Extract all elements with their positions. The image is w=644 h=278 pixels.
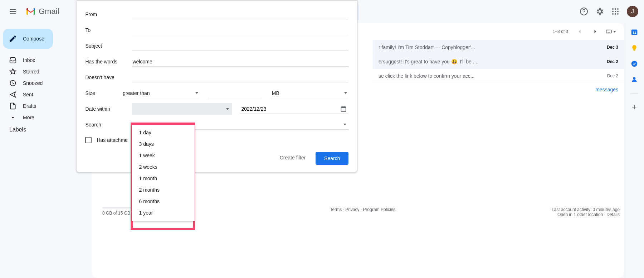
- sidebar-item-starred[interactable]: Starred: [0, 66, 86, 77]
- svg-point-20: [631, 61, 637, 67]
- dd-item-2weeks[interactable]: 2 weeks: [132, 161, 195, 173]
- subject-input[interactable]: [132, 41, 348, 51]
- side-panel: 31: [624, 23, 644, 278]
- create-filter-button[interactable]: Create filter: [274, 152, 311, 165]
- size-operator-value: greater than: [123, 90, 150, 96]
- svg-text:31: 31: [632, 31, 636, 34]
- sidebar-item-snoozed[interactable]: Snoozed: [0, 77, 86, 89]
- svg-point-1: [612, 8, 614, 10]
- open-in-text: Open in 1 other location: [557, 212, 603, 217]
- details-link[interactable]: Details: [606, 212, 620, 217]
- doesnthave-input[interactable]: [132, 72, 348, 82]
- search-button[interactable]: Search: [316, 152, 348, 165]
- contacts-app-icon[interactable]: [631, 76, 638, 83]
- chevron-down-icon: [343, 124, 346, 125]
- sidebar-item-drafts[interactable]: Drafts: [0, 100, 86, 112]
- menu-icon[interactable]: [6, 4, 20, 19]
- older-page-icon[interactable]: [588, 24, 602, 39]
- dd-item-3days[interactable]: 3 days: [132, 138, 195, 150]
- gmail-logo[interactable]: Gmail: [23, 7, 59, 16]
- svg-point-5: [615, 11, 616, 12]
- svg-rect-12: [607, 30, 608, 31]
- size-value-input[interactable]: [208, 88, 262, 98]
- subject-label: Subject: [85, 43, 132, 49]
- footer-right: Last account activity: 0 minutes ago Ope…: [552, 207, 620, 217]
- dd-item-1week[interactable]: 1 week: [132, 150, 195, 161]
- inbox-icon: [9, 57, 16, 64]
- svg-point-4: [612, 11, 614, 12]
- sidebar-label: Snoozed: [23, 80, 43, 86]
- mail-row[interactable]: ersuggest! It's great to have you 😃. I'l…: [373, 54, 624, 69]
- policies-link[interactable]: Program Policies: [363, 207, 396, 212]
- sidebar-item-sent[interactable]: Sent: [0, 89, 86, 100]
- app-header: Gmail From To Subject Has the words Does…: [0, 0, 644, 23]
- sidebar-item-inbox[interactable]: Inbox: [0, 54, 86, 66]
- file-icon: [9, 102, 16, 110]
- svg-rect-16: [608, 32, 610, 32]
- help-icon[interactable]: [577, 4, 591, 19]
- pencil-icon: [9, 34, 17, 43]
- mail-snippet: se click the link below to confirm your …: [379, 73, 597, 79]
- svg-point-2: [615, 8, 616, 10]
- account-avatar[interactable]: J: [627, 6, 638, 17]
- svg-rect-14: [609, 30, 609, 31]
- size-operator-select[interactable]: greater than: [121, 88, 200, 98]
- chevron-down-icon: [344, 92, 347, 94]
- mail-snippet: ersuggest! It's great to have you 😃. I'l…: [379, 59, 597, 64]
- svg-rect-15: [610, 30, 610, 31]
- has-attachment-checkbox[interactable]: [85, 137, 92, 143]
- newer-page-icon[interactable]: [572, 24, 587, 39]
- mail-date: Dec 2: [597, 59, 618, 64]
- compose-button[interactable]: Compose: [3, 29, 53, 49]
- dd-item-2months[interactable]: 2 months: [132, 184, 195, 196]
- sidebar-label: Starred: [23, 69, 39, 75]
- keep-app-icon[interactable]: [631, 44, 638, 52]
- sidebar-item-more[interactable]: More: [0, 112, 86, 123]
- search-scope-label: Search: [85, 122, 132, 128]
- mail-row[interactable]: r family! I'm Tim Stoddart — Copyblogger…: [373, 40, 624, 54]
- to-input[interactable]: [132, 25, 348, 35]
- messages-link[interactable]: messages: [373, 83, 624, 96]
- mail-date: Dec 2: [597, 73, 618, 78]
- addons-plus-icon[interactable]: [631, 104, 638, 111]
- dd-item-1month[interactable]: 1 month: [132, 173, 195, 184]
- size-unit-select[interactable]: MB: [270, 88, 349, 98]
- apps-icon[interactable]: [608, 4, 623, 19]
- haswords-input[interactable]: [132, 57, 348, 67]
- from-label: From: [85, 11, 132, 17]
- svg-rect-13: [608, 30, 608, 31]
- svg-point-7: [612, 13, 614, 15]
- settings-icon[interactable]: [592, 4, 607, 19]
- calendar-icon[interactable]: [340, 105, 347, 112]
- doesnthave-label: Doesn't have: [85, 75, 132, 80]
- dd-item-6months[interactable]: 6 months: [132, 196, 195, 207]
- mail-toolbar: 1–3 of 3: [373, 23, 624, 40]
- checkbox-row: Has attachme chats: [85, 134, 348, 143]
- from-input[interactable]: [132, 9, 348, 19]
- dd-item-1day[interactable]: 1 day: [132, 127, 195, 138]
- tasks-app-icon[interactable]: [631, 60, 638, 67]
- date-input-wrap: [240, 104, 348, 114]
- date-input[interactable]: [241, 106, 340, 112]
- activity-text: Last account activity: 0 minutes ago: [552, 207, 620, 212]
- terms-link[interactable]: Terms: [330, 207, 342, 212]
- svg-rect-19: [633, 50, 635, 51]
- datewithin-select[interactable]: [132, 103, 232, 115]
- clock-icon: [9, 80, 16, 87]
- privacy-link[interactable]: Privacy: [345, 207, 359, 212]
- input-tools-icon[interactable]: [604, 24, 618, 39]
- mail-date: Dec 3: [597, 45, 618, 50]
- chevron-down-icon: [9, 114, 16, 121]
- sidebar-label: More: [23, 115, 34, 120]
- advanced-search-panel: From To Subject Has the words Doesn't ha…: [76, 0, 357, 172]
- mail-row[interactable]: se click the link below to confirm your …: [373, 69, 624, 83]
- svg-point-9: [617, 13, 619, 15]
- footer-center: Terms · Privacy · Program Policies: [174, 207, 552, 212]
- dd-item-1year[interactable]: 1 year: [132, 207, 195, 219]
- calendar-app-icon[interactable]: 31: [631, 29, 638, 36]
- haswords-label: Has the words: [85, 59, 132, 64]
- mail-snippet: r family! I'm Tim Stoddart — Copyblogger…: [379, 44, 597, 50]
- sidebar-label: Sent: [23, 92, 33, 97]
- svg-point-8: [615, 13, 616, 15]
- compose-label: Compose: [23, 36, 44, 42]
